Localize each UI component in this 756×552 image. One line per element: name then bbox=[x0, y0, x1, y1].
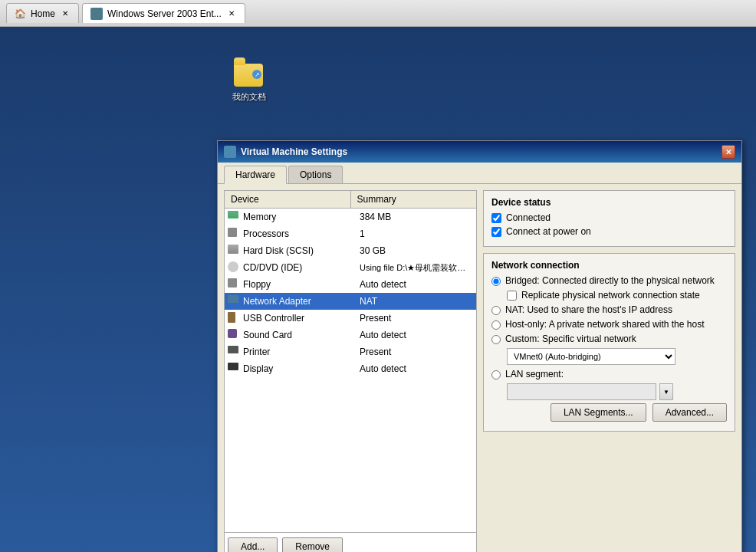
dialog-titlebar: Virtual Machine Settings ✕ bbox=[218, 141, 741, 163]
replicate-row: Replicate physical network connection st… bbox=[507, 290, 727, 301]
network-connection-section: Network connection Bridged: Connected di… bbox=[483, 253, 735, 432]
tab-home[interactable]: 🏠 Home ✕ bbox=[6, 3, 79, 23]
device-row-usb[interactable]: USB Controller Present bbox=[225, 310, 476, 327]
device-row-printer[interactable]: Printer Present bbox=[225, 343, 476, 360]
dialog-title-text: Virtual Machine Settings bbox=[241, 146, 347, 157]
lan-segments-button[interactable]: LAN Segments... bbox=[551, 403, 646, 422]
dialog-tabs: Hardware Options bbox=[218, 163, 741, 184]
tab-hardware[interactable]: Hardware bbox=[224, 166, 287, 184]
bridged-label: Bridged: Connected directly to the physi… bbox=[505, 275, 715, 286]
bridged-row: Bridged: Connected directly to the physi… bbox=[491, 275, 727, 286]
device-status-section: Device status Connected Connect at power… bbox=[483, 190, 735, 247]
connected-row: Connected bbox=[491, 212, 727, 223]
lan-advanced-buttons: LAN Segments... Advanced... bbox=[491, 400, 727, 425]
dialog-body: Device Summary Memory 384 MB bbox=[218, 184, 741, 552]
folder-icon: ↗ bbox=[234, 64, 263, 87]
col-summary: Summary bbox=[351, 191, 477, 208]
connected-label: Connected bbox=[506, 212, 551, 223]
floppy-icon bbox=[228, 278, 240, 291]
tab-options[interactable]: Options bbox=[288, 166, 343, 183]
add-button[interactable]: Add... bbox=[228, 537, 278, 552]
custom-radio[interactable] bbox=[491, 335, 501, 344]
hostonly-label: Host-only: A private network shared with… bbox=[505, 319, 704, 330]
bridged-radio[interactable] bbox=[491, 277, 501, 286]
custom-label: Custom: Specific virtual network bbox=[505, 334, 636, 344]
device-row-floppy[interactable]: Floppy Auto detect bbox=[225, 276, 476, 293]
right-panel: Device status Connected Connect at power… bbox=[483, 190, 735, 552]
advanced-button[interactable]: Advanced... bbox=[652, 403, 727, 422]
dialog-title-left: Virtual Machine Settings bbox=[224, 146, 347, 158]
network-icon bbox=[228, 295, 240, 307]
hostonly-row: Host-only: A private network shared with… bbox=[491, 319, 727, 330]
device-status-title: Device status bbox=[491, 197, 727, 208]
desktop-icon-mydocs[interactable]: ↗ 我的文档 bbox=[226, 58, 272, 103]
device-list-header: Device Summary bbox=[225, 191, 476, 209]
browser-chrome: 🏠 Home ✕ Windows Server 2003 Ent... ✕ bbox=[0, 0, 756, 27]
replicate-checkbox[interactable] bbox=[507, 291, 517, 301]
device-row-soundcard[interactable]: Sound Card Auto detect bbox=[225, 327, 476, 343]
replicate-label: Replicate physical network connection st… bbox=[521, 290, 700, 301]
nat-label: NAT: Used to share the host's IP address bbox=[505, 304, 672, 315]
vm-tab-icon bbox=[90, 8, 103, 20]
add-remove-buttons: Add... Remove bbox=[225, 532, 476, 552]
cpu-icon bbox=[228, 228, 240, 240]
connect-poweron-row: Connect at power on bbox=[491, 226, 727, 237]
vm-settings-dialog: Virtual Machine Settings ✕ Hardware Opti… bbox=[217, 140, 742, 552]
lan-text-field[interactable] bbox=[507, 383, 656, 400]
home-tab-close[interactable]: ✕ bbox=[60, 8, 71, 19]
nat-radio[interactable] bbox=[491, 306, 501, 315]
dialog-close-button[interactable]: ✕ bbox=[721, 145, 735, 159]
tab-vm[interactable]: Windows Server 2003 Ent... ✕ bbox=[82, 3, 245, 23]
device-row-memory[interactable]: Memory 384 MB bbox=[225, 209, 476, 225]
nat-row: NAT: Used to share the host's IP address bbox=[491, 304, 727, 315]
custom-dropdown-row: VMnet0 (Auto-bridging) bbox=[507, 348, 727, 365]
network-connection-title: Network connection bbox=[491, 260, 727, 271]
device-row-harddisk[interactable]: Hard Disk (SCSI) 30 GB bbox=[225, 242, 476, 259]
harddisk-icon bbox=[228, 245, 240, 257]
lan-segment-row: LAN segment: bbox=[491, 369, 727, 380]
dialog-title-icon bbox=[224, 146, 236, 158]
lan-input-row: ▼ bbox=[507, 383, 727, 400]
col-device: Device bbox=[225, 191, 351, 208]
mydocs-icon: ↗ bbox=[234, 58, 265, 88]
lan-segment-radio[interactable] bbox=[491, 370, 501, 380]
connected-checkbox[interactable] bbox=[491, 213, 501, 223]
hostonly-radio[interactable] bbox=[491, 320, 501, 330]
device-list: Device Summary Memory 384 MB bbox=[224, 190, 477, 552]
sound-icon bbox=[228, 329, 240, 341]
connect-poweron-label: Connect at power on bbox=[506, 226, 591, 237]
vm-tab-label: Windows Server 2003 Ent... bbox=[107, 8, 222, 19]
folder-arrow-icon: ↗ bbox=[252, 70, 261, 79]
vm-tab-close[interactable]: ✕ bbox=[226, 8, 237, 19]
usb-icon bbox=[228, 312, 240, 324]
connect-poweron-checkbox[interactable] bbox=[491, 227, 501, 237]
device-row-display[interactable]: Display Auto detect bbox=[225, 360, 476, 377]
lan-segment-label: LAN segment: bbox=[505, 369, 564, 380]
device-row-cddvd[interactable]: CD/DVD (IDE) Using file D:\★母机需装软件\Wi... bbox=[225, 259, 476, 276]
printer-icon bbox=[228, 346, 240, 358]
cd-icon bbox=[228, 261, 240, 274]
home-tab-icon: 🏠 bbox=[15, 8, 26, 19]
display-icon bbox=[228, 363, 240, 375]
mydocs-label: 我的文档 bbox=[232, 91, 266, 103]
home-tab-label: Home bbox=[31, 8, 55, 19]
remove-button[interactable]: Remove bbox=[282, 537, 343, 552]
desktop: ↗ 我的文档 Virtual Machine Settings ✕ Hardwa… bbox=[0, 27, 756, 552]
memory-icon bbox=[228, 211, 240, 223]
custom-network-select[interactable]: VMnet0 (Auto-bridging) bbox=[507, 348, 675, 365]
device-row-processors[interactable]: Processors 1 bbox=[225, 225, 476, 242]
device-row-network[interactable]: Network Adapter NAT bbox=[225, 293, 476, 310]
device-list-rows: Memory 384 MB Processors 1 bbox=[225, 209, 476, 532]
custom-row: Custom: Specific virtual network bbox=[491, 334, 727, 344]
lan-dropdown-button[interactable]: ▼ bbox=[659, 383, 673, 400]
